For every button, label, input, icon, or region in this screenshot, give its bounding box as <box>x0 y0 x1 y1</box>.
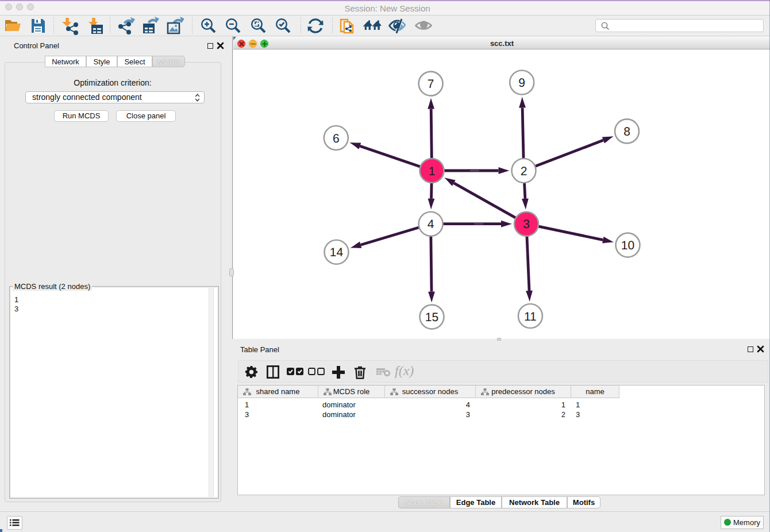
svg-text:15: 15 <box>425 311 438 324</box>
svg-text:4: 4 <box>428 218 434 231</box>
svg-text:14: 14 <box>330 246 344 259</box>
svg-text:7: 7 <box>428 78 434 91</box>
svg-text:11: 11 <box>524 310 537 323</box>
svg-text:10: 10 <box>621 239 634 252</box>
svg-text:6: 6 <box>333 132 340 145</box>
svg-text:3: 3 <box>523 218 530 231</box>
svg-text:8: 8 <box>623 125 630 138</box>
svg-text:9: 9 <box>518 76 525 90</box>
svg-text:1: 1 <box>429 165 436 178</box>
svg-text:2: 2 <box>521 165 528 178</box>
